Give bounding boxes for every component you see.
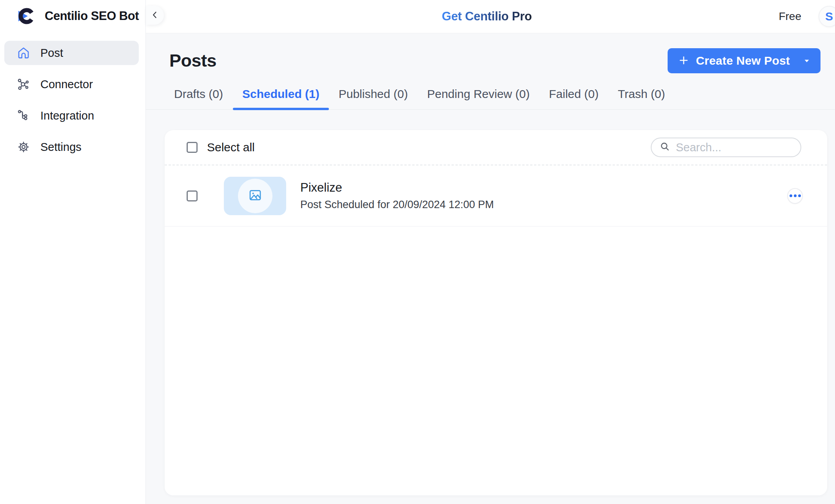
- thumbnail-circle: [238, 179, 272, 213]
- create-new-post-label: Create New Post: [696, 54, 790, 67]
- post-subtitle: Post Scheduled for 20/09/2024 12:00 PM: [300, 199, 494, 211]
- search-icon: [659, 141, 670, 154]
- avatar-initial: S: [825, 10, 833, 23]
- sidebar: Centilio SEO Bot Post: [0, 0, 146, 504]
- tab-failed[interactable]: Failed (0): [549, 87, 599, 109]
- home-icon: [17, 46, 30, 60]
- post-title: Pixelize: [300, 181, 494, 195]
- card-toolbar: Select all: [165, 130, 827, 165]
- content: Posts Create New Post Drafts (0) Schedul…: [146, 33, 835, 504]
- post-text: Pixelize Post Scheduled for 20/09/2024 1…: [300, 181, 494, 211]
- tab-trash[interactable]: Trash (0): [618, 87, 665, 109]
- sidebar-item-label: Post: [40, 47, 63, 60]
- centilio-logo-icon: [17, 7, 35, 25]
- tabs: Drafts (0) Scheduled (1) Published (0) P…: [146, 87, 835, 110]
- sidebar-item-label: Settings: [40, 141, 82, 154]
- plus-icon: [678, 54, 690, 67]
- sidebar-nav: Post Connector: [0, 41, 145, 159]
- post-thumbnail: [224, 177, 286, 215]
- select-all-label: Select all: [207, 141, 255, 154]
- sidebar-item-label: Integration: [40, 109, 94, 122]
- search-input[interactable]: [676, 141, 793, 154]
- caret-down-icon[interactable]: [802, 56, 811, 65]
- tab-published[interactable]: Published (0): [339, 87, 408, 109]
- page-title: Posts: [169, 51, 216, 71]
- tab-pending-review[interactable]: Pending Review (0): [427, 87, 530, 109]
- sidebar-item-settings[interactable]: Settings: [4, 135, 139, 159]
- create-new-post-button[interactable]: Create New Post: [668, 48, 820, 73]
- chevron-left-icon: [150, 10, 160, 21]
- select-all-checkbox[interactable]: [187, 142, 198, 153]
- ellipsis-icon: [790, 194, 792, 197]
- avatar[interactable]: S: [819, 6, 835, 27]
- topbar-right: Free S: [779, 6, 835, 27]
- page-head: Posts Create New Post: [146, 33, 835, 75]
- post-row[interactable]: Pixelize Post Scheduled for 20/09/2024 1…: [165, 165, 827, 227]
- settings-icon: [17, 140, 30, 154]
- tab-scheduled[interactable]: Scheduled (1): [242, 87, 319, 109]
- connector-icon: [17, 78, 30, 91]
- plan-badge: Free: [779, 10, 801, 23]
- card-empty-area: [165, 227, 827, 495]
- post-menu-button[interactable]: [787, 188, 803, 204]
- back-button[interactable]: [146, 6, 164, 25]
- get-pro-link[interactable]: Get Centilio Pro: [442, 9, 532, 24]
- sidebar-item-post[interactable]: Post: [4, 41, 139, 65]
- brand-name: Centilio SEO Bot: [45, 9, 139, 23]
- posts-card: Select all: [165, 130, 827, 495]
- main-area: Get Centilio Pro Free S Posts Create New…: [146, 0, 835, 504]
- sidebar-item-connector[interactable]: Connector: [4, 72, 139, 96]
- post-checkbox[interactable]: [187, 190, 198, 201]
- sidebar-item-label: Connector: [40, 78, 93, 91]
- integration-icon: [17, 109, 30, 122]
- top-bar: Get Centilio Pro Free S: [146, 0, 835, 33]
- search-box[interactable]: [651, 138, 801, 157]
- sidebar-item-integration[interactable]: Integration: [4, 103, 139, 128]
- brand: Centilio SEO Bot: [0, 0, 145, 26]
- tab-drafts[interactable]: Drafts (0): [174, 87, 223, 109]
- image-icon: [248, 188, 263, 204]
